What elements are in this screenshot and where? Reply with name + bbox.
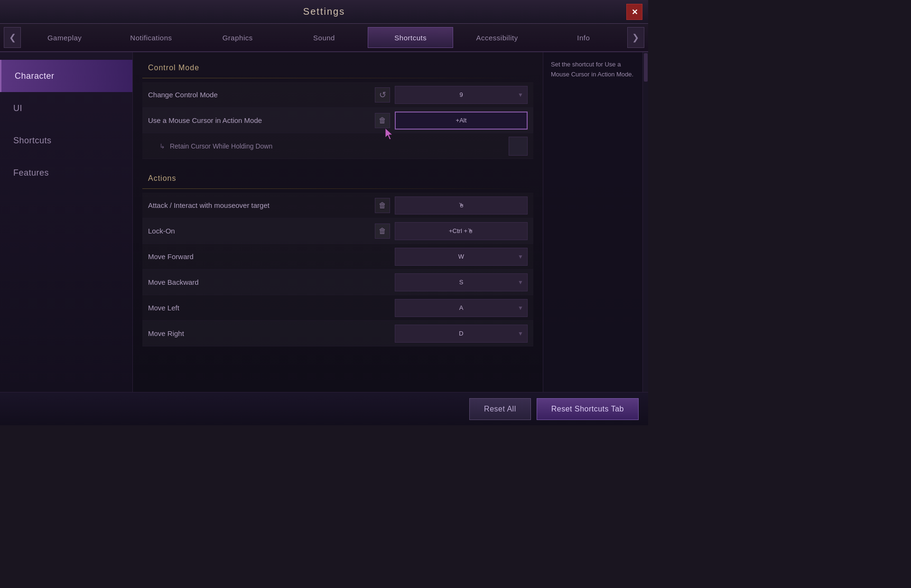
binding-retain-cursor[interactable] [509,137,528,156]
dropdown-arrow-icon-d: ▼ [518,330,523,337]
sidebar-item-shortcuts-label: Shortcuts [13,136,52,146]
scrollbar-thumb[interactable] [644,53,648,82]
delete-mouse-cursor-button[interactable]: 🗑 [375,113,390,128]
binding-attack-interact[interactable]: 🖱 [395,196,528,215]
row-move-left: Move Left A ▼ [142,295,533,321]
binding-move-left[interactable]: A ▼ [395,299,528,317]
sidebar: Character UI Shortcuts Features [0,52,133,392]
label-move-backward: Move Backward [148,278,395,286]
tab-prev-button[interactable]: ❮ [4,27,21,48]
window-title: Settings [303,6,345,17]
sidebar-item-character-label: Character [15,71,55,81]
key-a: A [459,304,464,311]
tab-notifications[interactable]: Notifications [108,27,194,48]
row-move-backward: Move Backward S ▼ [142,270,533,295]
title-bar: Settings ✕ [0,0,648,24]
sidebar-item-character[interactable]: Character [0,60,132,92]
binding-change-control-mode[interactable]: 9 ▼ [395,86,528,104]
label-change-control-mode: Change Control Mode [148,91,375,99]
key-w: W [458,253,464,260]
row-move-right: Move Right D ▼ [142,321,533,346]
key-alt: +Alt [456,117,467,124]
key-s: S [459,279,464,286]
row-lock-on: Lock-On 🗑 +Ctrl +🖱 [142,218,533,244]
key-mouse-left: 🖱 [458,202,465,209]
section-control-mode-header: Control Mode [142,60,533,78]
binding-move-forward[interactable]: W ▼ [395,248,528,266]
key-d: D [459,330,463,337]
tab-bar: ❮ Gameplay Notifications Graphics Sound … [0,24,648,52]
tab-info[interactable]: Info [541,27,626,48]
delete-attack-button[interactable]: 🗑 [375,198,390,213]
sidebar-item-ui-label: UI [13,103,22,113]
row-retain-cursor: ↳ Retain Cursor While Holding Down [142,133,533,159]
binding-move-right[interactable]: D ▼ [395,325,528,343]
section-control-mode-divider [142,78,533,78]
section-control-mode-title: Control Mode [148,64,199,72]
tab-accessibility[interactable]: Accessibility [454,27,539,48]
binding-mouse-cursor-action[interactable]: +Alt [395,112,528,130]
section-actions: Actions Attack / Interact with mouseover… [142,170,533,346]
label-attack-interact: Attack / Interact with mouseover target [148,201,375,209]
key-9: 9 [459,91,463,98]
reset-shortcuts-tab-button[interactable]: Reset Shortcuts Tab [537,398,639,420]
retain-cursor-text: Retain Cursor While Holding Down [170,142,272,150]
reset-change-control-mode-button[interactable]: ↺ [375,87,390,103]
key-ctrl-mouse: +Ctrl +🖱 [449,227,474,234]
label-move-left: Move Left [148,304,395,312]
sidebar-item-features-label: Features [13,168,49,178]
dropdown-arrow-icon-a: ▼ [518,305,523,311]
sidebar-item-ui[interactable]: UI [0,92,132,124]
row-attack-interact: Attack / Interact with mouseover target … [142,193,533,218]
help-panel: Set the shortcut for Use a Mouse Cursor … [543,52,642,392]
row-move-forward: Move Forward W ▼ [142,244,533,270]
tab-graphics[interactable]: Graphics [195,27,280,48]
section-control-mode: Control Mode Change Control Mode ↺ 9 ▼ [142,60,533,159]
settings-window: Settings ✕ ❮ Gameplay Notifications Grap… [0,0,648,425]
sub-arrow-icon: ↳ [159,142,165,150]
label-move-right: Move Right [148,329,395,337]
row-change-control-mode: Change Control Mode ↺ 9 ▼ [142,82,533,108]
content-scroll[interactable]: Control Mode Change Control Mode ↺ 9 ▼ [133,52,543,392]
dropdown-arrow-icon-s: ▼ [518,279,523,286]
scrollbar[interactable] [642,52,648,392]
help-text: Set the shortcut for Use a Mouse Cursor … [551,60,635,80]
binding-lock-on[interactable]: +Ctrl +🖱 [395,222,528,240]
tab-next-button[interactable]: ❯ [627,27,644,48]
tab-sound[interactable]: Sound [281,27,367,48]
sidebar-item-features[interactable]: Features [0,157,132,189]
binding-move-backward[interactable]: S ▼ [395,273,528,291]
section-actions-title: Actions [148,174,176,183]
close-button[interactable]: ✕ [626,4,642,20]
delete-lock-on-button[interactable]: 🗑 [375,224,390,239]
label-retain-cursor: ↳ Retain Cursor While Holding Down [148,142,509,150]
label-lock-on: Lock-On [148,227,375,235]
tab-shortcuts[interactable]: Shortcuts [368,27,453,48]
tab-gameplay[interactable]: Gameplay [22,27,107,48]
row-mouse-cursor-action: Use a Mouse Cursor in Action Mode 🗑 +Alt [142,108,533,133]
sidebar-item-shortcuts[interactable]: Shortcuts [0,124,132,157]
section-actions-divider [142,188,533,189]
content-panel: Control Mode Change Control Mode ↺ 9 ▼ [133,52,543,392]
section-actions-header: Actions [142,170,533,188]
label-mouse-cursor-action: Use a Mouse Cursor in Action Mode [148,116,375,124]
reset-all-button[interactable]: Reset All [469,398,531,420]
dropdown-arrow-icon: ▼ [518,92,523,98]
main-content: Character UI Shortcuts Features Control … [0,52,648,392]
bottom-bar: Reset All Reset Shortcuts Tab [0,392,648,425]
label-move-forward: Move Forward [148,252,395,261]
dropdown-arrow-icon-w: ▼ [518,253,523,260]
